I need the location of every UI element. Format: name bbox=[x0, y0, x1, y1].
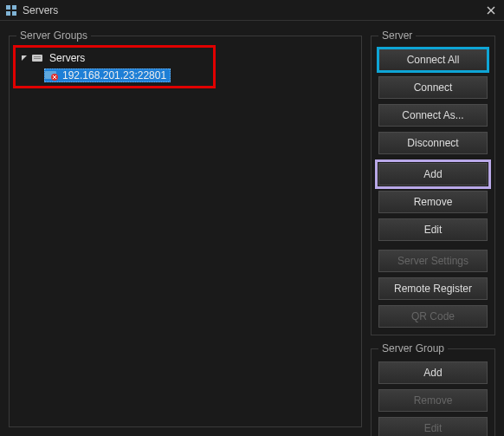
tree-root-label: Servers bbox=[49, 52, 85, 64]
tree-root-item[interactable]: Servers bbox=[18, 50, 352, 66]
server-groups-legend: Server Groups bbox=[16, 29, 91, 42]
add-group-button[interactable]: Add bbox=[378, 361, 488, 384]
svg-rect-7 bbox=[34, 56, 41, 57]
tree-child-item[interactable]: 192.168.201.23:22801 bbox=[18, 68, 352, 83]
remove-group-button: Remove bbox=[378, 389, 488, 412]
connect-all-button[interactable]: Connect All bbox=[378, 49, 488, 71]
servers-group-icon bbox=[32, 53, 46, 63]
window-title: Servers bbox=[23, 4, 483, 16]
close-icon[interactable] bbox=[483, 3, 499, 18]
server-fieldset: Server Connect All Connect Connect As...… bbox=[371, 29, 495, 335]
server-error-icon bbox=[45, 70, 59, 81]
server-group-fieldset: Server Group Add Remove Edit bbox=[371, 342, 495, 436]
titlebar: Servers bbox=[0, 0, 504, 21]
add-server-button[interactable]: Add bbox=[378, 163, 488, 185]
tree-child-label: 192.168.201.23:22801 bbox=[62, 69, 166, 81]
edit-group-button: Edit bbox=[378, 417, 488, 436]
svg-rect-8 bbox=[34, 58, 41, 59]
connect-as-button[interactable]: Connect As... bbox=[378, 104, 488, 127]
remove-server-button[interactable]: Remove bbox=[378, 191, 488, 213]
qr-code-button: QR Code bbox=[378, 305, 488, 328]
server-groups-fieldset: Server Groups Servers bbox=[9, 29, 362, 427]
svg-rect-1 bbox=[12, 5, 16, 10]
connect-button[interactable]: Connect bbox=[378, 76, 488, 99]
svg-rect-0 bbox=[6, 5, 10, 10]
server-group-legend: Server Group bbox=[378, 342, 448, 355]
app-icon bbox=[5, 4, 17, 16]
remote-register-button[interactable]: Remote Register bbox=[378, 277, 488, 300]
edit-server-button[interactable]: Edit bbox=[378, 218, 488, 241]
server-legend: Server bbox=[378, 29, 416, 42]
server-tree[interactable]: Servers 192.168.201.23:22801 bbox=[16, 49, 354, 85]
svg-rect-2 bbox=[6, 11, 10, 16]
server-settings-button: Server Settings bbox=[378, 250, 488, 272]
svg-rect-3 bbox=[12, 11, 16, 16]
disconnect-button[interactable]: Disconnect bbox=[378, 132, 488, 154]
expander-icon[interactable] bbox=[20, 55, 29, 62]
